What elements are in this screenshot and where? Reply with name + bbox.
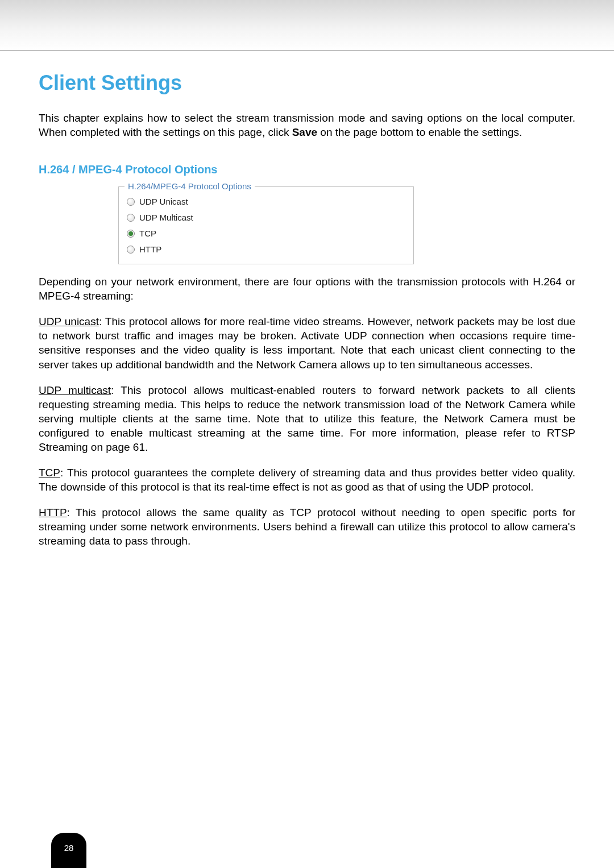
radio-tcp[interactable] <box>127 230 135 238</box>
radio-row-http[interactable]: HTTP <box>127 242 405 256</box>
protocol-options-fieldset: H.264/MPEG-4 Protocol Options UDP Unicas… <box>118 186 414 264</box>
label-udp-unicast: UDP unicast <box>39 315 99 327</box>
paragraph-depending: Depending on your network environment, t… <box>39 275 575 303</box>
paragraph-udp-unicast: UDP unicast: This protocol allows for mo… <box>39 314 575 371</box>
radio-udp-unicast[interactable] <box>127 198 135 206</box>
text-http: : This protocol allows the same quality … <box>39 506 575 547</box>
page-content: Client Settings This chapter explains ho… <box>0 51 614 548</box>
intro-text-2: on the page bottom to enable the setting… <box>317 126 522 138</box>
header-gradient <box>0 0 614 51</box>
text-udp-multicast: : This protocol allows multicast-enabled… <box>39 384 575 453</box>
radio-http[interactable] <box>127 246 135 254</box>
paragraph-udp-multicast: UDP multicast: This protocol allows mult… <box>39 383 575 454</box>
section-heading-protocol-options: H.264 / MPEG-4 Protocol Options <box>39 163 575 176</box>
paragraph-tcp: TCP: This protocol guarantees the comple… <box>39 466 575 494</box>
radio-label-http: HTTP <box>139 244 161 254</box>
label-tcp: TCP <box>39 467 60 479</box>
radio-label-udp-multicast: UDP Multicast <box>139 213 193 222</box>
fieldset-legend: H.264/MPEG-4 Protocol Options <box>125 181 255 191</box>
radio-row-udp-unicast[interactable]: UDP Unicast <box>127 194 405 209</box>
label-http: HTTP <box>39 506 67 518</box>
page-number: 28 <box>64 843 74 853</box>
label-udp-multicast: UDP multicast <box>39 384 111 396</box>
radio-label-tcp: TCP <box>139 229 156 238</box>
page-number-tab: 28 <box>51 833 86 868</box>
text-tcp: : This protocol guarantees the complete … <box>39 467 575 493</box>
radio-udp-multicast[interactable] <box>127 214 135 222</box>
paragraph-http: HTTP: This protocol allows the same qual… <box>39 505 575 548</box>
text-udp-unicast: : This protocol allows for more real-tim… <box>39 315 575 370</box>
intro-bold-save: Save <box>292 126 317 138</box>
intro-paragraph: This chapter explains how to select the … <box>39 111 575 139</box>
page-title: Client Settings <box>39 71 575 95</box>
radio-row-tcp[interactable]: TCP <box>127 226 405 240</box>
radio-row-udp-multicast[interactable]: UDP Multicast <box>127 210 405 225</box>
radio-label-udp-unicast: UDP Unicast <box>139 197 188 206</box>
